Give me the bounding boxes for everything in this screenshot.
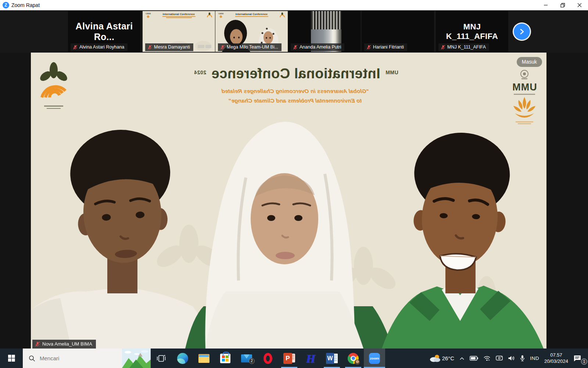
taskbar-app-edge[interactable] (172, 349, 193, 368)
participant-filmstrip: Alvina Astari Ro... Alvina Astari Royhan… (0, 10, 588, 53)
minimize-button[interactable] (537, 0, 554, 10)
edge-icon (177, 353, 188, 364)
battery-indicator[interactable] (467, 349, 481, 368)
active-speaker-name-label: Nova Amelia_UM BIMA (32, 340, 96, 349)
zoom-meeting-window: Z Zoom Rapat Alvina Astari Ro... (0, 0, 588, 368)
muted-mic-icon (147, 45, 152, 50)
action-center-button[interactable]: 1 (571, 349, 588, 368)
wifi-icon (483, 356, 491, 361)
participant-tile-hariani[interactable]: Hariani Fitrianti (362, 11, 434, 52)
windows-logo-icon (8, 355, 15, 362)
taskbar-search-box[interactable] (23, 349, 151, 368)
close-button[interactable] (571, 0, 588, 10)
participant-name-label: Alvina Astari Royhana (71, 43, 128, 51)
word-icon: W (326, 353, 338, 364)
muted-mic-icon (35, 342, 40, 347)
notification-icon (573, 355, 581, 362)
temperature-text: 26°C (442, 355, 455, 361)
system-tray: 26°C (426, 349, 588, 368)
participant-tile-mesra[interactable]: International Conference UMM (143, 11, 215, 52)
weather-widget[interactable]: 26°C (426, 349, 457, 368)
participant-tile-alvina[interactable]: Alvina Astari Ro... Alvina Astari Royhan… (68, 11, 140, 52)
restore-button[interactable] (554, 0, 571, 10)
powerpoint-icon: P (283, 353, 295, 364)
volume-control[interactable] (505, 349, 517, 368)
chevron-right-icon (519, 28, 525, 35)
minimize-icon (544, 3, 548, 7)
microphone-control[interactable] (517, 349, 527, 368)
taskbar-app-mail[interactable]: 2 (236, 349, 257, 368)
notification-badge: 1 (581, 358, 587, 365)
participant-name-label: Mesra Damayanti (145, 43, 193, 51)
windows-taskbar: 2 P H W zoom (0, 349, 588, 368)
participant-tile-mnj[interactable]: MNJ K_111_AFIFA MNJ K_111_AFIFA (436, 11, 508, 52)
participant-tile-ananda[interactable]: Ananda Amelia Putri (288, 11, 361, 52)
taskbar-app-task-view[interactable] (151, 349, 172, 368)
microphone-icon (520, 355, 525, 361)
participant-name-label: Ananda Amelia Putri (291, 43, 344, 51)
taskbar-app-file-explorer[interactable] (193, 349, 215, 368)
taskbar-app-opera[interactable] (257, 349, 279, 368)
participant-tile-mega-milo[interactable]: International Conference UMM (215, 11, 288, 52)
title-bar: Z Zoom Rapat (0, 0, 588, 10)
next-participants-button[interactable] (514, 24, 530, 40)
wifi-indicator[interactable] (481, 349, 493, 368)
main-stage: UMM International Conference 2024 "Globa… (0, 53, 588, 349)
zoom-icon: zoom (369, 353, 380, 364)
taskbar-app-zoom[interactable]: zoom (364, 349, 385, 368)
speaker-icon (508, 356, 515, 361)
participant-name-label: Hariani Fitrianti (364, 43, 407, 51)
microsoft-store-icon (220, 354, 230, 363)
participant-name-label: MNJ K_111_AFIFA (438, 43, 489, 51)
muted-mic-icon (220, 45, 225, 50)
chrome-profile-avatar (355, 360, 360, 365)
clock[interactable]: 07.57 20/03/2024 (542, 349, 571, 368)
restore-icon (560, 3, 565, 8)
opera-icon (263, 353, 272, 364)
muted-mic-icon (441, 45, 445, 50)
date-text: 20/03/2024 (544, 358, 568, 365)
hidden-icons-button[interactable] (457, 349, 467, 368)
chrome-icon (348, 353, 359, 364)
close-icon (577, 3, 582, 7)
battery-icon (470, 356, 478, 361)
taskbar-app-chrome[interactable] (343, 349, 364, 368)
start-button[interactable] (0, 349, 23, 368)
muted-mic-icon (293, 45, 298, 50)
search-weather-art (122, 349, 151, 368)
h-app-icon: H (306, 353, 315, 364)
taskbar-app-powerpoint[interactable]: P (279, 349, 300, 368)
language-indicator[interactable]: IND (527, 349, 542, 368)
zoom-app-icon: Z (3, 2, 9, 8)
participant-name-label: Mega Milo Team-UM Bi... (218, 43, 282, 51)
cast-icon (496, 356, 503, 361)
taskbar-app-h[interactable]: H (300, 349, 321, 368)
taskbar-app-store[interactable] (215, 349, 236, 368)
file-explorer-icon (198, 354, 209, 363)
weather-icon (429, 354, 441, 363)
time-text: 07.57 (550, 352, 562, 358)
task-view-icon (157, 354, 166, 363)
mail-badge: 2 (249, 358, 255, 364)
main-speaker-video[interactable]: UMM International Conference 2024 "Globa… (31, 53, 546, 349)
window-title: Zoom Rapat (11, 2, 40, 8)
chevron-up-icon (459, 357, 465, 360)
cast-indicator[interactable] (493, 349, 505, 368)
taskbar-app-word[interactable]: W (321, 349, 343, 368)
muted-mic-icon (73, 45, 78, 50)
search-input[interactable] (40, 355, 106, 361)
search-icon (29, 355, 35, 362)
speakers-figures (31, 53, 546, 349)
muted-mic-icon (366, 45, 371, 50)
